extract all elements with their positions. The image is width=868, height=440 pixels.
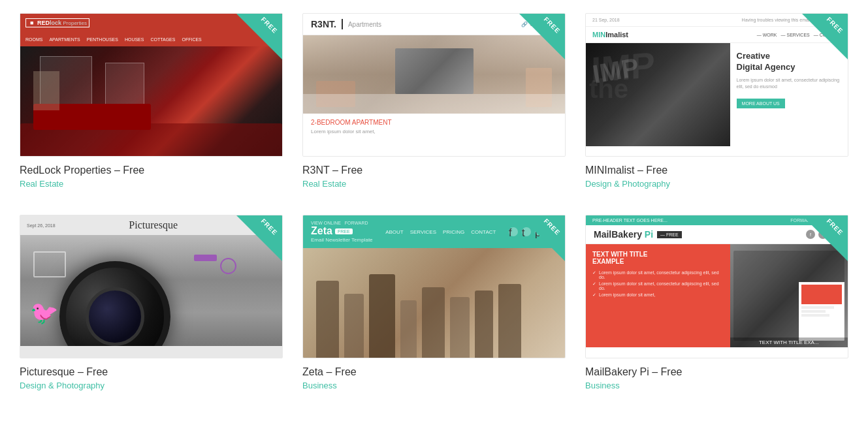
card-image-minimalist[interactable]: 21 Sep, 2018 Having troubles viewing thi…	[585, 13, 848, 157]
mb-linkedin-icon: in	[831, 230, 840, 239]
card-info-picturesque: Picturesque – Free Design & Photography	[20, 358, 283, 390]
mb-check-1: Lorem ipsum dolor sit amet, consectetur …	[592, 270, 724, 279]
card-image-zeta[interactable]: VIEW ONLINE FORWARD Zeta FREE Email News…	[302, 215, 566, 358]
card-category-r3nt[interactable]: Real Estate	[302, 179, 566, 189]
mb-logo: MailBakery Pi	[594, 229, 653, 240]
card-info-redlock: RedLock Properties – Free Real Estate	[20, 157, 283, 189]
card-title-mailbakery: MailBakery Pi – Free	[585, 366, 848, 378]
mb-twitter-icon: t	[818, 230, 828, 239]
r3nt-view-online: 🔗 View Online	[521, 22, 557, 27]
mb-preheader-links: FORWARD / VIEW ON...	[790, 218, 841, 223]
card-image-mailbakery[interactable]: PRE-HEADER TEXT GOES HERE... FORWARD / V…	[585, 215, 848, 358]
minimalist-cta[interactable]: MORE ABOUT US	[737, 99, 785, 108]
card-image-r3nt[interactable]: R3NT. Apartments 🔗 View Online 2-BEDROOM…	[302, 13, 566, 157]
card-title-r3nt: R3NT – Free	[302, 165, 566, 176]
r3nt-apt-text: Lorem ipsum dolor sit amet,	[311, 129, 557, 134]
picturesque-view: View Online	[251, 223, 276, 228]
zeta-facebook-icon: f	[509, 227, 518, 236]
card-redlock[interactable]: ■ REDlock Properties ROOMS APARTMENTS PE…	[20, 13, 283, 189]
zeta-twitter-icon: t	[522, 227, 531, 236]
minimalist-body-text: Lorem ipsum dolor sit amet, consectetur …	[737, 77, 841, 91]
card-picturesque[interactable]: Sept 26, 2018 Picturesque View Online 🐦	[20, 215, 283, 390]
card-minimalist[interactable]: 21 Sep, 2018 Having troubles viewing thi…	[585, 13, 848, 189]
card-title-redlock: RedLock Properties – Free	[20, 165, 283, 176]
card-r3nt[interactable]: R3NT. Apartments 🔗 View Online 2-BEDROOM…	[302, 13, 566, 189]
zeta-pinterest-icon: p	[535, 227, 544, 236]
card-info-minimalist: MINImalist – Free Design & Photography	[585, 157, 848, 189]
r3nt-logo: R3NT.	[311, 19, 343, 29]
minimalist-headline: CreativeDigital Agency	[737, 51, 841, 73]
card-title-zeta: Zeta – Free	[302, 366, 566, 378]
mb-facebook-icon: f	[806, 230, 815, 239]
mb-free-tag: — FREE	[657, 231, 682, 238]
minimalist-trouble: Having troubles viewing this email? View…	[742, 18, 841, 22]
picturesque-title: Picturesque	[129, 219, 178, 231]
minimalist-date: 21 Sep, 2018	[592, 18, 620, 22]
minimalist-logo: MINImalist	[592, 31, 628, 39]
mb-check-2: Lorem ipsum dolor sit amet, consectetur …	[592, 281, 724, 291]
card-category-redlock[interactable]: Real Estate	[20, 179, 283, 189]
picturesque-date: Sept 26, 2018	[27, 223, 56, 228]
r3nt-apt-label: Apartments	[348, 21, 381, 28]
card-image-picturesque[interactable]: Sept 26, 2018 Picturesque View Online 🐦	[20, 215, 283, 358]
mb-preheader-text: PRE-HEADER TEXT GOES HERE...	[592, 218, 667, 223]
zeta-instagram-icon: i	[548, 227, 557, 236]
card-category-zeta[interactable]: Business	[302, 381, 566, 390]
card-info-mailbakery: MailBakery Pi – Free Business	[585, 358, 848, 390]
mb-left-title: TEXT WITH TITLEEXAMPLE	[592, 251, 724, 265]
card-info-zeta: Zeta – Free Business	[302, 358, 566, 390]
card-mailbakery[interactable]: PRE-HEADER TEXT GOES HERE... FORWARD / V…	[585, 215, 848, 390]
template-grid: ■ REDlock Properties ROOMS APARTMENTS PE…	[20, 13, 848, 390]
card-title-picturesque: Picturesque – Free	[20, 366, 283, 378]
card-category-picturesque[interactable]: Design & Photography	[20, 381, 283, 390]
mb-check-3: Lorem ipsum dolor sit amet,	[592, 292, 724, 298]
card-image-redlock[interactable]: ■ REDlock Properties ROOMS APARTMENTS PE…	[20, 13, 283, 157]
card-zeta[interactable]: VIEW ONLINE FORWARD Zeta FREE Email News…	[302, 215, 566, 390]
card-title-minimalist: MINImalist – Free	[585, 165, 848, 176]
zeta-logo-text: Zeta	[311, 225, 332, 237]
zeta-subtitle: Email Newsletter Template	[311, 237, 373, 243]
zeta-view: VIEW ONLINE FORWARD	[311, 221, 373, 225]
zeta-free-badge: FREE	[335, 228, 353, 234]
r3nt-apt-title: 2-BEDROOM APARTMENT	[311, 119, 557, 126]
redlock-logo: ■ REDlock Properties	[25, 18, 89, 27]
card-info-r3nt: R3NT – Free Real Estate	[302, 157, 566, 189]
card-category-minimalist[interactable]: Design & Photography	[585, 179, 848, 189]
card-category-mailbakery[interactable]: Business	[585, 381, 848, 390]
